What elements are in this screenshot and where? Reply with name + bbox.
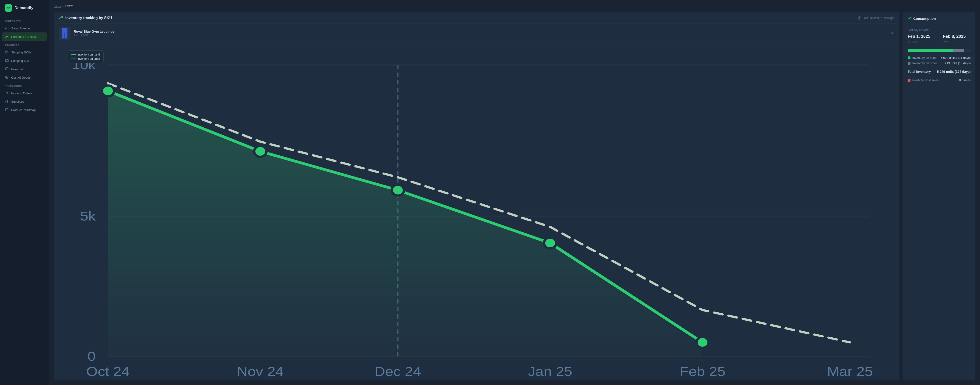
last-day-label: Last day of stock: [908, 29, 970, 32]
svg-text:Jan 25: Jan 25: [528, 364, 573, 378]
legend-label-on-order: Inventory on order: [912, 61, 937, 65]
breadcrumb: SKUs > LGO2: [54, 5, 975, 8]
sidebar-item-product-roadmap[interactable]: Product Roadmap: [0, 106, 49, 114]
svg-rect-1: [6, 27, 7, 29]
sidebar-item-shipping-kits[interactable]: Shipping Kits: [0, 56, 49, 65]
content-row: Inventory tracking by SKU Last updated: …: [54, 12, 975, 380]
cost-icon: [5, 75, 9, 80]
chart-bar-icon: [5, 26, 9, 30]
product-info: Royal Blue Gym Leggings SKU: LGO2: [74, 30, 887, 37]
svg-text:5k: 5k: [80, 208, 95, 223]
chart-title-row: Inventory tracking by SKU: [59, 15, 112, 21]
panel-title: Consumption: [913, 17, 936, 21]
sidebar-label-shipping-skus: Shipping SKUs: [11, 51, 32, 54]
panel-title-icon: [908, 16, 912, 21]
svg-text:0: 0: [88, 349, 95, 364]
sidebar-item-cost-of-goods[interactable]: Cost of Goods: [0, 73, 49, 82]
app-logo: Demandly: [0, 4, 49, 17]
legend-row-on-hand: Inventory on hand 5,000 units (111 days): [908, 56, 970, 59]
svg-rect-0: [5, 28, 6, 29]
kit-icon: [5, 59, 9, 63]
sidebar-item-sales-forecast[interactable]: Sales Forecast: [0, 24, 49, 32]
product-image-svg: [60, 27, 69, 40]
divider-2: [908, 76, 970, 76]
right-panel: Consumption Last day of stock Feb 1, 202…: [903, 12, 975, 380]
total-inventory-row: Total inventory 5,249 units (124 days): [908, 70, 970, 73]
svg-text:Feb 25: Feb 25: [679, 364, 725, 378]
sidebar-label-suppliers: Suppliers: [11, 100, 24, 103]
chart-card: Inventory tracking by SKU Last updated: …: [54, 12, 899, 380]
svg-rect-21: [62, 28, 67, 33]
svg-rect-13: [5, 101, 8, 102]
svg-text:10k: 10k: [72, 57, 95, 72]
total-label: Total inventory: [908, 70, 931, 73]
trend-icon: [5, 35, 9, 39]
suppliers-icon: [5, 99, 9, 103]
sidebar-item-purchase-forecast[interactable]: Purchase Forecast: [2, 32, 47, 41]
sidebar-item-suppliers[interactable]: Suppliers: [0, 97, 49, 106]
svg-rect-5: [5, 59, 8, 62]
progress-bar-gray: [953, 49, 964, 52]
svg-point-34: [254, 146, 266, 157]
chart-body: Inventory on hand Inventory on order: [54, 43, 899, 380]
chart-title: Inventory tracking by SKU: [65, 16, 112, 20]
legend-label-on-hand: Inventory on hand: [912, 56, 937, 59]
svg-point-36: [544, 238, 557, 248]
legend-value-on-order: 249 units (13 days): [945, 61, 970, 65]
progress-bar-green: [908, 49, 953, 52]
svg-marker-32: [108, 91, 703, 356]
total-value: 5,249 units (124 days): [937, 70, 970, 73]
last-day-section: Last day of stock Feb 1, 2025 On hand Fe…: [908, 29, 970, 84]
sidebar-label-purchase-forecast: Purchase Forecast: [11, 35, 37, 38]
svg-text:Mar 25: Mar 25: [827, 364, 873, 378]
sidebar-label-product-roadmap: Product Roadmap: [11, 108, 36, 112]
legend-value-lost: 0.0 units: [959, 78, 970, 82]
svg-rect-10: [6, 76, 8, 78]
legend-dot-gray: [908, 62, 910, 65]
product-sku: SKU: LGO2: [74, 34, 887, 37]
breadcrumb-parent[interactable]: SKUs: [54, 5, 61, 8]
svg-rect-22: [62, 32, 64, 38]
product-row: Royal Blue Gym Leggings SKU: LGO2: [54, 24, 899, 43]
sidebar-label-shipping-kits: Shipping Kits: [11, 59, 29, 62]
svg-rect-11: [6, 77, 8, 78]
legend-value-on-hand: 5,000 units (111 days): [940, 56, 970, 59]
svg-rect-2: [8, 27, 8, 29]
svg-point-37: [696, 337, 709, 348]
svg-text:Oct 24: Oct 24: [86, 364, 130, 378]
chart-svg: 10k 5k 0: [59, 43, 894, 378]
sidebar-item-shipping-skus[interactable]: Shipping SKUs: [0, 48, 49, 56]
svg-point-14: [6, 102, 6, 103]
logo-icon: [5, 4, 12, 12]
date-total: Feb 8, 2025 Total: [943, 34, 971, 43]
chart-updated-text: Last updated: 2 mins ago: [862, 16, 894, 20]
legend-left-lost: Predicted lost sales: [908, 78, 939, 82]
sidebar-label-inbound-orders: Inbound Orders: [11, 91, 32, 95]
sidebar-label-inventory: Inventory: [11, 67, 24, 71]
svg-rect-23: [65, 32, 67, 38]
legend-label-lost: Predicted lost sales: [912, 78, 939, 82]
chart-updated: Last updated: 2 mins ago: [858, 16, 894, 20]
breadcrumb-current: LGO2: [65, 5, 73, 8]
legend-dot-red: [908, 79, 910, 82]
legend-dot-green: [908, 56, 910, 59]
product-image: [59, 27, 70, 40]
panel-title-row: Consumption: [908, 16, 970, 24]
dates-row: Feb 1, 2025 On hand Feb 8, 2025 Total: [908, 34, 970, 46]
sidebar: Demandly Forecasts Sales Forecast Purcha…: [0, 0, 49, 385]
sidebar-item-inventory[interactable]: Inventory: [0, 65, 49, 73]
date-total-label: Total: [943, 40, 971, 43]
sidebar-label-cost-of-goods: Cost of Goods: [11, 76, 30, 80]
date-on-hand-value: Feb 1, 2025: [908, 34, 935, 39]
product-chevron-icon[interactable]: [890, 31, 894, 36]
predicted-lost-sales-row: Predicted lost sales 0.0 units: [908, 78, 970, 82]
app-name: Demandly: [14, 6, 33, 10]
section-label-products: Products: [0, 41, 49, 48]
svg-point-15: [7, 102, 8, 103]
box-icon: [5, 50, 9, 54]
date-total-value: Feb 8, 2025: [943, 34, 971, 39]
section-label-forecasts: Forecasts: [0, 17, 49, 24]
sidebar-item-inbound-orders[interactable]: Inbound Orders: [0, 89, 49, 97]
svg-rect-16: [6, 108, 8, 111]
roadmap-icon: [5, 108, 9, 112]
